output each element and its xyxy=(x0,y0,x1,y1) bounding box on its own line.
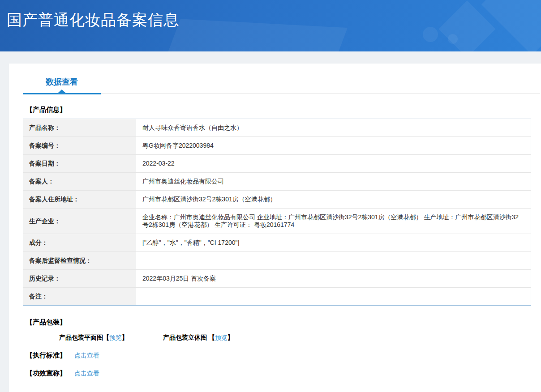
packaging-flat-item: 产品包装平面图【预览】 xyxy=(59,334,128,342)
page-header: 国产普通化妆品备案信息 xyxy=(0,0,541,51)
header-decoration xyxy=(423,27,438,42)
execution-standard-row: 【执行标准】点击查看 xyxy=(26,351,541,360)
row-label-record-number: 备案编号： xyxy=(23,137,136,155)
packaging-stereo-item: 产品包装立体图 【预览】 xyxy=(163,334,234,342)
row-label-manufacturer: 生产企业： xyxy=(23,209,136,234)
table-row: 备注： xyxy=(23,288,531,306)
product-info-section-title: 【产品信息】 xyxy=(26,106,541,114)
row-label-remarks: 备注： xyxy=(23,288,136,306)
packaging-links-row: 产品包装平面图【预览】 产品包装立体图 【预览】 xyxy=(59,334,541,342)
row-value-product-name: 耐人寻味众香寄语香水（自由之水） xyxy=(136,119,531,137)
bracket-open: 【 xyxy=(209,334,215,341)
table-row: 成分： ["乙醇"，"水"，"香精"，"CI 17200"] xyxy=(23,234,531,252)
packaging-flat-label: 产品包装平面图 xyxy=(59,334,103,341)
row-value-registrant: 广州市奥迪丝化妆品有限公司 xyxy=(136,173,531,191)
row-label-registrant: 备案人： xyxy=(23,173,136,191)
execution-standard-view-link[interactable]: 点击查看 xyxy=(74,352,99,359)
row-label-product-name: 产品名称： xyxy=(23,119,136,137)
tab-data-view[interactable]: 数据查看 xyxy=(23,77,101,94)
page-title: 国产普通化妆品备案信息 xyxy=(7,10,179,30)
packaging-stereo-label: 产品包装立体图 xyxy=(163,334,207,341)
efficacy-claim-row: 【功效宣称】点击查看 xyxy=(26,369,541,378)
row-value-manufacturer: 企业名称：广州市奥迪丝化妆品有限公司 企业地址：广州市花都区清沙街32号2栋30… xyxy=(136,209,531,234)
row-value-record-number: 粤G妆网备字2022003984 xyxy=(136,137,531,155)
packaging-flat-preview-link[interactable]: 预览 xyxy=(109,334,122,341)
table-row: 生产企业： 企业名称：广州市奥迪丝化妆品有限公司 企业地址：广州市花都区清沙街3… xyxy=(23,209,531,234)
packaging-stereo-preview-link[interactable]: 预览 xyxy=(215,334,228,341)
table-row: 历史记录： 2022年03月25日 首次备案 xyxy=(23,270,531,288)
row-label-ingredients: 成分： xyxy=(23,234,136,252)
row-label-supervision-check: 备案后监督检查情况： xyxy=(23,252,136,270)
tab-bar: 数据查看 xyxy=(23,64,540,94)
table-row: 产品名称： 耐人寻味众香寄语香水（自由之水） xyxy=(23,119,531,137)
row-label-registrant-address: 备案人住所地址： xyxy=(23,191,136,209)
header-gap xyxy=(0,51,541,64)
product-info-table: 产品名称： 耐人寻味众香寄语香水（自由之水） 备案编号： 粤G妆网备字20220… xyxy=(23,119,531,306)
table-row: 备案人： 广州市奥迪丝化妆品有限公司 xyxy=(23,173,531,191)
row-value-record-date: 2022-03-22 xyxy=(136,155,531,173)
packaging-section-title: 【产品包装】 xyxy=(26,318,541,327)
execution-standard-label: 【执行标准】 xyxy=(26,351,66,359)
efficacy-claim-view-link[interactable]: 点击查看 xyxy=(74,370,99,377)
row-value-supervision-check xyxy=(136,252,531,270)
content-card: 数据查看 【产品信息】 产品名称： 耐人寻味众香寄语香水（自由之水） 备案编号：… xyxy=(9,64,541,392)
table-row: 备案编号： 粤G妆网备字2022003984 xyxy=(23,137,531,155)
row-label-record-date: 备案日期： xyxy=(23,155,136,173)
row-label-history: 历史记录： xyxy=(23,270,136,288)
header-decoration xyxy=(448,34,458,44)
row-value-registrant-address: 广州市花都区清沙街32号2栋301房（空港花都） xyxy=(136,191,531,209)
bracket-close: 】 xyxy=(122,334,128,341)
row-value-ingredients: ["乙醇"，"水"，"香精"，"CI 17200"] xyxy=(136,234,531,252)
table-row: 备案日期： 2022-03-22 xyxy=(23,155,531,173)
efficacy-claim-label: 【功效宣称】 xyxy=(26,369,66,377)
product-info-table-wrap: 产品名称： 耐人寻味众香寄语香水（自由之水） 备案编号： 粤G妆网备字20220… xyxy=(23,119,531,306)
row-value-history: 2022年03月25日 首次备案 xyxy=(136,270,531,288)
table-row: 备案人住所地址： 广州市花都区清沙街32号2栋301房（空港花都） xyxy=(23,191,531,209)
bracket-open: 【 xyxy=(103,334,109,341)
table-row: 备案后监督检查情况： xyxy=(23,252,531,270)
row-value-remarks xyxy=(136,288,531,306)
bracket-close: 】 xyxy=(228,334,234,341)
